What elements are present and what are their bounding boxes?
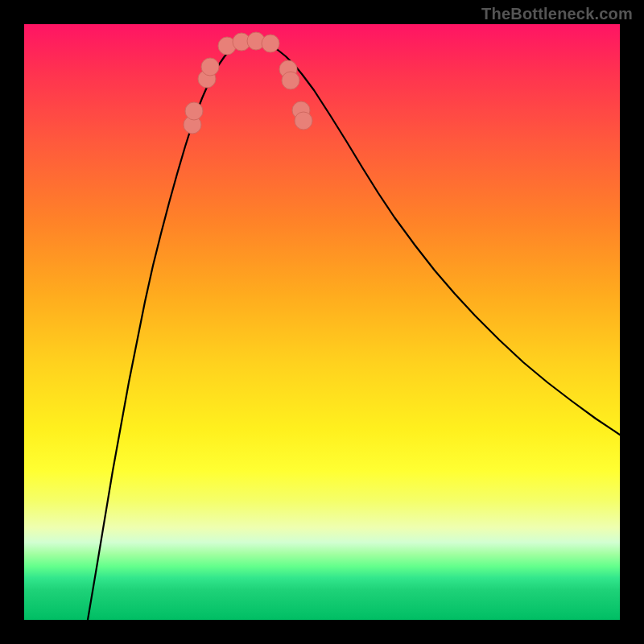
chart-plot-area [24,24,620,620]
pink-dot-left-4 [201,58,219,76]
pink-dot-right-2 [282,72,299,89]
chart-frame: TheBottleneck.com [0,0,644,644]
curve-right-curve [254,40,620,435]
chart-canvas [24,24,620,620]
pink-dot-right-4 [295,112,312,130]
watermark-text: TheBottleneck.com [481,5,633,23]
curve-left-curve [88,40,254,620]
pink-dot-left-2 [185,102,203,120]
pink-dot-bottom-4 [262,35,279,52]
